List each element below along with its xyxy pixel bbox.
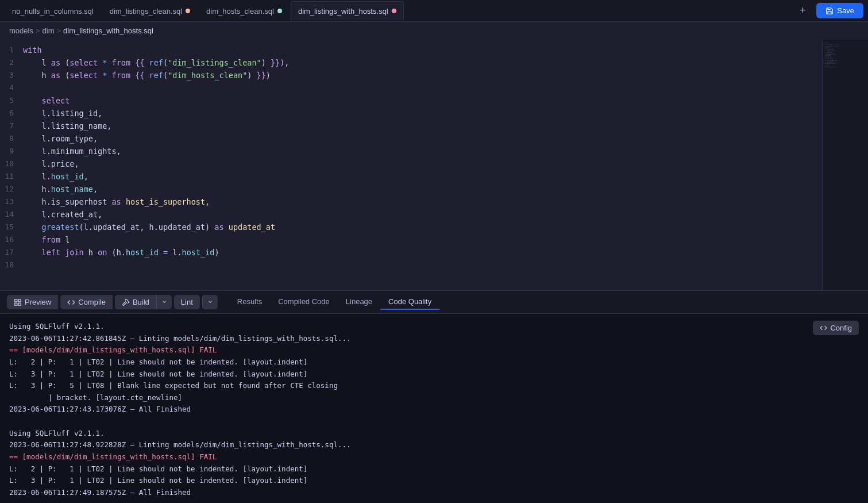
- line-content-18: [23, 259, 813, 272]
- line-num-1: 1: [0, 44, 23, 56]
- bottom-panel: Preview Compile Build Lint Res: [0, 290, 868, 503]
- console-line-7: | bracket. [layout.cte_newline]: [9, 392, 859, 404]
- tab-dot-red: [392, 9, 396, 13]
- code-line-13: 13 h.is_superhost as host_is_superhost,: [0, 196, 822, 209]
- svg-rect-2: [15, 303, 17, 305]
- build-label: Build: [133, 298, 149, 306]
- line-num-17: 17: [0, 247, 23, 259]
- tab-compiled-code[interactable]: Compiled Code: [270, 294, 338, 310]
- line-num-18: 18: [0, 259, 23, 271]
- line-num-16: 16: [0, 234, 23, 246]
- code-line-9: 9 l.minimum_nights,: [0, 145, 822, 158]
- code-line-15: 15 greatest(l.updated_at, h.updated_at) …: [0, 221, 822, 234]
- line-content-6: l.listing_id,: [23, 107, 813, 120]
- console-line-14: L: 3 | P: 1 | LT02 | Line should not be …: [9, 475, 859, 487]
- hammer-icon: [122, 298, 130, 306]
- console-area[interactable]: Config Using SQLFluff v2.1.1. 2023-06-06…: [0, 314, 868, 503]
- console-line-4: L: 2 | P: 1 | LT02 | Line should not be …: [9, 356, 859, 368]
- line-num-13: 13: [0, 196, 23, 208]
- grid-icon: [14, 298, 22, 306]
- tab-label: dim_listings_clean.sql: [110, 7, 182, 16]
- breadcrumb-models[interactable]: models: [9, 26, 33, 35]
- tab-results[interactable]: Results: [229, 294, 270, 310]
- line-num-14: 14: [0, 209, 23, 221]
- console-line-5: L: 3 | P: 1 | LT02 | Line should not be …: [9, 368, 859, 381]
- tab-no-nulls[interactable]: no_nulls_in_columns.sql: [5, 1, 101, 21]
- console-line-11: 2023-06-06T11:27:48.922828Z – Linting mo…: [9, 439, 859, 451]
- line-content-17: left join h on (h.host_id = l.host_id): [23, 247, 813, 259]
- code-icon: [67, 298, 75, 306]
- console-line-2: 2023-06-06T11:27:42.861845Z – Linting mo…: [9, 333, 859, 345]
- line-num-12: 12: [0, 183, 23, 195]
- line-num-15: 15: [0, 221, 23, 233]
- code-line-17: 17 left join h on (h.host_id = l.host_id…: [0, 247, 822, 259]
- tab-lineage[interactable]: Lineage: [338, 294, 380, 310]
- line-num-9: 9: [0, 145, 23, 158]
- config-label: Config: [830, 324, 852, 332]
- build-dropdown-button[interactable]: [156, 295, 172, 309]
- compile-label: Compile: [78, 298, 106, 306]
- console-line-13: L: 2 | P: 1 | LT02 | Line should not be …: [9, 463, 859, 475]
- tab-dot-orange: [186, 9, 190, 13]
- lint-dropdown-button[interactable]: [202, 295, 218, 309]
- svg-rect-1: [18, 299, 21, 301]
- lint-label: Lint: [181, 298, 193, 306]
- tab-dim-listings-with-hosts[interactable]: dim_listings_with_hosts.sql: [291, 1, 404, 21]
- line-content-11: l.host_id,: [23, 171, 813, 183]
- line-num-7: 7: [0, 120, 23, 132]
- code-line-12: 12 h.host_name,: [0, 183, 822, 196]
- code-line-18: 18: [0, 259, 822, 272]
- svg-rect-0: [15, 299, 17, 301]
- console-line-6: L: 3 | P: 5 | LT08 | Blank line expected…: [9, 380, 859, 392]
- line-content-1: with: [23, 44, 813, 57]
- line-content-10: l.price,: [23, 158, 813, 171]
- save-button[interactable]: Save: [816, 3, 863, 18]
- line-content-16: from l: [23, 234, 813, 247]
- config-button[interactable]: Config: [813, 321, 859, 335]
- line-content-4: [23, 82, 813, 95]
- build-button-group: Build: [115, 295, 172, 309]
- add-tab-button[interactable]: +: [794, 3, 811, 19]
- save-label: Save: [837, 6, 854, 15]
- code-line-1: 1 with: [0, 44, 822, 57]
- minimap: with l as (select * from...) h as (selec…: [822, 40, 868, 290]
- bottom-toolbar: Preview Compile Build Lint Res: [0, 291, 868, 314]
- line-num-4: 4: [0, 82, 23, 94]
- line-content-15: greatest(l.updated_at, h.updated_at) as …: [23, 221, 813, 234]
- line-num-2: 2: [0, 57, 23, 69]
- tab-bar: no_nulls_in_columns.sql dim_listings_cle…: [0, 0, 868, 22]
- tab-label: dim_hosts_clean.sql: [206, 7, 274, 16]
- code-line-4: 4: [0, 82, 822, 95]
- compile-button[interactable]: Compile: [60, 295, 113, 309]
- code-line-3: 3 h as (select * from {{ ref("dim_hosts_…: [0, 70, 822, 82]
- breadcrumb-sep-1: >: [36, 26, 40, 35]
- console-line-3: == [models/dim/dim_listings_with_hosts.s…: [9, 344, 859, 356]
- code-line-2: 2 l as (select * from {{ ref("dim_listin…: [0, 57, 822, 70]
- preview-label: Preview: [25, 298, 51, 306]
- tab-label: dim_listings_with_hosts.sql: [298, 7, 388, 16]
- code-editor[interactable]: 1 with 2 l as (select * from {{ ref("dim…: [0, 40, 822, 290]
- line-num-11: 11: [0, 171, 23, 183]
- breadcrumb-dim[interactable]: dim: [43, 26, 55, 35]
- breadcrumb-file[interactable]: dim_listings_with_hosts.sql: [63, 26, 153, 35]
- line-num-3: 3: [0, 70, 23, 82]
- tab-code-quality[interactable]: Code Quality: [380, 294, 439, 310]
- console-line-10: Using SQLFluff v2.1.1.: [9, 428, 859, 440]
- line-num-10: 10: [0, 158, 23, 170]
- code-line-7: 7 l.listing_name,: [0, 120, 822, 133]
- console-line-9: [9, 416, 859, 428]
- tab-dim-hosts-clean[interactable]: dim_hosts_clean.sql: [199, 1, 290, 21]
- code-line-5: 5 select: [0, 95, 822, 107]
- line-num-6: 6: [0, 107, 23, 120]
- build-button[interactable]: Build: [115, 295, 156, 309]
- console-line-8: 2023-06-06T11:27:43.173076Z – All Finish…: [9, 404, 859, 416]
- preview-button[interactable]: Preview: [7, 295, 58, 309]
- compile-button-group: Compile: [60, 295, 113, 309]
- svg-rect-3: [18, 303, 21, 305]
- tab-dot-teal: [277, 9, 282, 13]
- console-line-1: Using SQLFluff v2.1.1.: [9, 321, 859, 333]
- tab-dim-listings-clean[interactable]: dim_listings_clean.sql: [102, 1, 198, 21]
- line-num-8: 8: [0, 133, 23, 145]
- line-content-2: l as (select * from {{ ref("dim_listings…: [23, 57, 813, 70]
- lint-button[interactable]: Lint: [174, 295, 200, 309]
